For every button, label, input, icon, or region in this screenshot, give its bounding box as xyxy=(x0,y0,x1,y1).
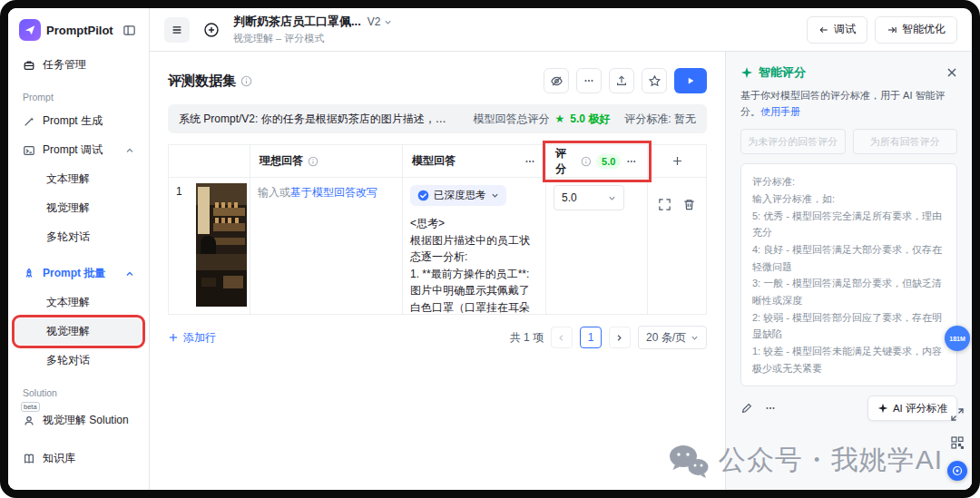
sidebar-item-label: 视觉理解 xyxy=(46,324,90,339)
score-unrated-button[interactable]: 为未评分的回答评分 xyxy=(740,129,846,154)
hide-columns-button[interactable] xyxy=(544,68,569,93)
prev-page-button[interactable] xyxy=(551,327,573,348)
star-icon xyxy=(648,74,662,88)
menu-button[interactable] xyxy=(164,17,190,43)
plus-icon xyxy=(671,155,683,167)
column-label: 评分 xyxy=(555,146,576,177)
sidebar-item-prompt-gen[interactable]: Prompt 生成 xyxy=(15,108,142,134)
fullscreen-button[interactable] xyxy=(947,405,967,425)
chevron-up-icon xyxy=(125,269,134,278)
pagination: 共 1 项 1 20 条/页 xyxy=(510,326,707,349)
more-actions-button[interactable] xyxy=(576,68,602,93)
app-name: PromptPilot xyxy=(46,24,114,37)
delete-row-icon[interactable] xyxy=(682,198,696,211)
deep-thinking-label: 已深度思考 xyxy=(434,189,486,202)
table-header: 理想回答 模型回答 评分 5.0 xyxy=(169,145,706,178)
rocket-icon xyxy=(23,268,35,280)
sidebar: PromptPilot 任务管理 Prompt Prompt 生成 Prompt… xyxy=(8,8,150,490)
sidebar-item-label: Prompt 生成 xyxy=(43,113,103,129)
assistant-button[interactable] xyxy=(947,461,967,481)
apps-grid-button[interactable] xyxy=(947,433,967,453)
edit-icon[interactable] xyxy=(740,402,753,415)
shop-photo xyxy=(196,183,247,307)
run-button[interactable] xyxy=(674,68,707,93)
sidebar-item-debug-multiturn[interactable]: 多轮对话 xyxy=(15,224,142,250)
page-size-select[interactable]: 20 条/页 xyxy=(638,326,707,349)
more-icon[interactable] xyxy=(524,155,536,168)
page-title: 评测数据集 xyxy=(168,73,252,90)
add-row-button[interactable]: 添加行 xyxy=(168,330,216,346)
add-column-button[interactable] xyxy=(648,145,706,177)
dataset-table: 理想回答 模型回答 评分 5.0 xyxy=(168,144,707,315)
sidebar-item-prompt-debug[interactable]: Prompt 调试 xyxy=(15,137,142,163)
app-logo-icon xyxy=(19,19,41,41)
column-label: 理想回答 xyxy=(260,153,303,169)
sidebar-item-vision-solution[interactable]: beta 视觉理解 Solution xyxy=(15,407,142,434)
export-button[interactable] xyxy=(609,68,634,93)
row-index: 1 xyxy=(169,178,192,314)
ai-criteria-button[interactable]: AI 评分标准 xyxy=(867,395,957,421)
user-icon xyxy=(23,415,35,427)
smart-scoring-panel: 智能评分 基于你对模型回答的评分标准，用于 AI 智能评分。使用手册 为未评分的… xyxy=(725,52,972,490)
sidebar-item-debug-vision[interactable]: 视觉理解 xyxy=(15,195,142,221)
sidebar-item-knowledge-base[interactable]: 知识库 xyxy=(15,445,142,472)
sidebar-item-label: 知识库 xyxy=(43,451,75,466)
wand-icon xyxy=(23,115,35,128)
sidebar-item-label: 多轮对话 xyxy=(46,353,90,368)
sidebar-item-batch-text[interactable]: 文本理解 xyxy=(15,289,142,316)
score-value: 5.0 xyxy=(562,191,577,204)
sidebar-item-debug-text[interactable]: 文本理解 xyxy=(15,166,142,192)
arrow-right-icon xyxy=(887,24,897,35)
debug-button[interactable]: 调试 xyxy=(807,16,867,44)
debug-button-label: 调试 xyxy=(834,22,856,37)
deep-thinking-toggle[interactable]: 已深度思考 xyxy=(410,185,506,206)
favorite-button[interactable] xyxy=(642,68,667,93)
header-cell-blank xyxy=(169,145,250,177)
new-version-button[interactable] xyxy=(199,17,224,43)
close-icon xyxy=(946,67,957,78)
optimize-button-label: 智能优化 xyxy=(902,22,946,37)
criteria-input[interactable]: 评分标准: 输入评分标准，如: 5: 优秀 - 模型回答完全满足所有要求，理由充… xyxy=(740,163,957,386)
sidebar-item-task-management[interactable]: 任务管理 xyxy=(15,52,142,78)
sidebar-item-label: 任务管理 xyxy=(43,57,86,73)
score-select[interactable]: 5.0 xyxy=(554,185,624,210)
arrow-left-icon xyxy=(818,24,829,35)
row-image-cell[interactable] xyxy=(192,178,250,314)
header-cell-ideal: 理想回答 xyxy=(250,145,403,177)
task-title: 判断奶茶店员工口罩佩... xyxy=(233,14,361,30)
plus-circle-icon xyxy=(203,22,220,38)
page-number[interactable]: 1 xyxy=(580,327,602,348)
rewrite-from-model-link[interactable]: 基于模型回答改写 xyxy=(290,186,377,199)
topbar: 判断奶茶店员工口罩佩... V2 视觉理解 – 评分模式 调试 智能优化 xyxy=(150,8,972,52)
sidebar-item-label: 视觉理解 Solution xyxy=(43,413,129,428)
ideal-placeholder: 输入或 xyxy=(258,186,290,199)
task-title-block: 判断奶茶店员工口罩佩... V2 视觉理解 – 评分模式 xyxy=(233,14,392,45)
next-page-button[interactable] xyxy=(609,327,631,348)
score-all-button[interactable]: 为所有回答评分 xyxy=(853,129,958,154)
version-select[interactable]: V2 xyxy=(368,15,392,28)
sidebar-item-prompt-batch[interactable]: Prompt 批量 xyxy=(15,260,142,287)
chevron-down-icon xyxy=(691,334,699,342)
more-icon[interactable] xyxy=(764,402,777,415)
collapse-sidebar-icon[interactable] xyxy=(120,21,138,39)
system-prompt-bar: 系统 Prompt/V2: 你的任务是根据奶茶店的图片描述，判断奶茶... 模型… xyxy=(168,104,707,133)
more-icon[interactable] xyxy=(625,155,638,168)
sidebar-item-batch-vision[interactable]: 视觉理解 xyxy=(15,318,142,345)
header-cell-model: 模型回答 xyxy=(403,145,546,177)
manual-link[interactable]: 使用手册 xyxy=(760,106,800,117)
ideal-answer-cell[interactable]: 输入或基于模型回答改写 xyxy=(250,178,403,314)
info-icon xyxy=(308,156,318,167)
sidebar-item-batch-multiturn[interactable]: 多轮对话 xyxy=(15,347,142,374)
info-icon xyxy=(581,156,592,167)
version-label: V2 xyxy=(368,15,381,28)
token-badge[interactable]: 181M xyxy=(945,326,970,351)
column-label: 模型回答 xyxy=(412,153,456,169)
expand-row-icon[interactable] xyxy=(658,198,671,211)
close-panel-button[interactable] xyxy=(946,67,957,78)
chevron-up-icon xyxy=(125,146,134,155)
score-cell: 5.0 xyxy=(546,178,648,314)
play-icon xyxy=(685,75,696,86)
smart-optimize-button[interactable]: 智能优化 xyxy=(875,16,957,44)
edge-toolbar xyxy=(947,405,967,481)
score-average-badge: 5.0 xyxy=(596,154,621,169)
